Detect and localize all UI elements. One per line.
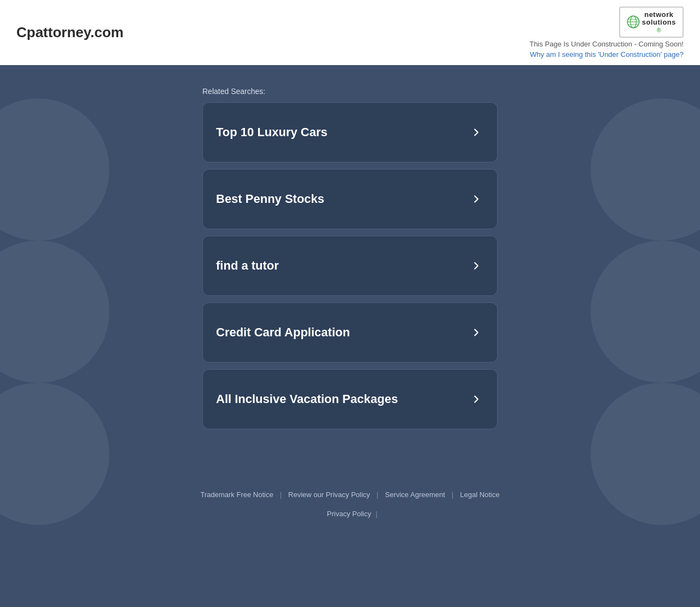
footer-link-trademark[interactable]: Trademark Free Notice <box>194 491 279 499</box>
search-item-2[interactable]: Best Penny Stocks <box>202 169 498 229</box>
footer-link-legal-notice[interactable]: Legal Notice <box>453 491 506 499</box>
footer-privacy: Privacy Policy | <box>11 510 689 518</box>
chevron-right-icon <box>469 125 484 140</box>
footer-link-privacy-policy[interactable]: Review our Privacy Policy <box>282 491 377 499</box>
search-item-4[interactable]: Credit Card Application <box>202 302 498 363</box>
search-item-3[interactable]: find a tutor <box>202 236 498 296</box>
search-item-5[interactable]: All Inclusive Vacation Packages <box>202 369 498 429</box>
search-item-3-label: find a tutor <box>216 259 279 273</box>
search-item-2-label: Best Penny Stocks <box>216 192 324 206</box>
ns-dot-label: ® <box>657 27 661 33</box>
search-items-container: Top 10 Luxury Cars Best Penny Stocks fin… <box>202 102 498 436</box>
ns-network-label: network <box>644 11 673 19</box>
header: Cpattorney.com network solutions ® This … <box>0 0 700 65</box>
chevron-right-icon <box>469 191 484 207</box>
footer: Trademark Free Notice | Review our Priva… <box>0 469 700 529</box>
search-item-1-label: Top 10 Luxury Cars <box>216 125 328 139</box>
network-solutions-logo: network solutions ® <box>619 7 684 38</box>
footer-privacy-link[interactable]: Privacy Policy <box>323 510 376 518</box>
ns-logo-text: network solutions ® <box>642 11 676 33</box>
header-right: network solutions ® This Page Is Under C… <box>529 7 684 59</box>
under-construction-link[interactable]: Why am I seeing this 'Under Construction… <box>530 50 684 59</box>
chevron-right-icon <box>469 258 484 273</box>
search-item-5-label: All Inclusive Vacation Packages <box>216 392 398 406</box>
main-content: Related Searches: Top 10 Luxury Cars Bes… <box>0 65 700 469</box>
search-item-1[interactable]: Top 10 Luxury Cars <box>202 102 498 162</box>
ns-solutions-label: solutions <box>642 19 676 26</box>
related-searches-label: Related Searches: <box>202 87 498 96</box>
search-item-4-label: Credit Card Application <box>216 325 350 340</box>
globe-icon <box>627 15 640 28</box>
site-title[interactable]: Cpattorney.com <box>16 24 124 41</box>
footer-privacy-separator: | <box>376 510 377 518</box>
chevron-right-icon <box>469 325 484 340</box>
footer-link-service-agreement[interactable]: Service Agreement <box>378 491 452 499</box>
chevron-right-icon <box>469 392 484 407</box>
footer-links: Trademark Free Notice | Review our Priva… <box>11 491 689 499</box>
under-construction-text: This Page Is Under Construction - Coming… <box>529 40 684 48</box>
